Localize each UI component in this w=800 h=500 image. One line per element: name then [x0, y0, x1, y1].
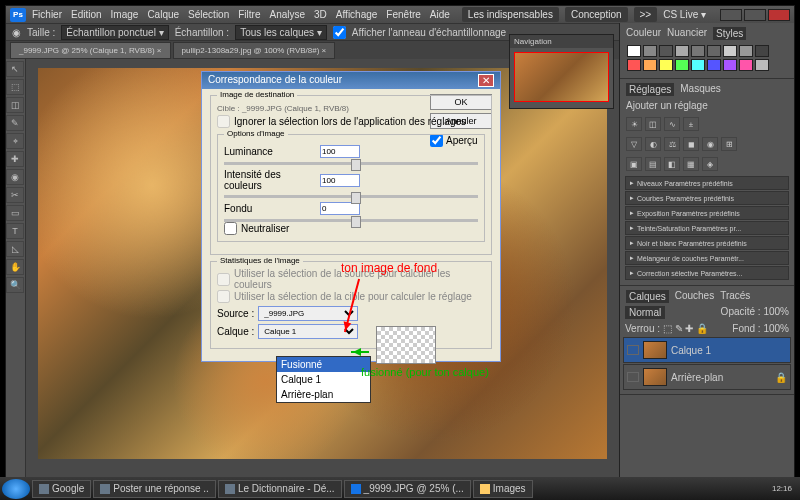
tab-traces[interactable]: Tracés [720, 290, 750, 303]
sample-layers-select[interactable]: Tous les calques ▾ [235, 25, 327, 40]
menu-filtre[interactable]: Filtre [238, 9, 260, 20]
maximize-button[interactable] [744, 9, 766, 21]
crop-tool[interactable]: ⌖ [6, 133, 24, 149]
intensity-slider[interactable] [224, 195, 478, 198]
dropdown-fusionne[interactable]: Fusionné [277, 357, 370, 372]
brush-tool[interactable]: ✂ [6, 187, 24, 203]
tab-nuancier[interactable]: Nuancier [667, 27, 707, 40]
tab-9999[interactable]: _9999.JPG @ 25% (Calque 1, RVB/8) × [10, 42, 171, 59]
style-swatch[interactable] [691, 59, 705, 71]
style-swatch[interactable] [723, 59, 737, 71]
mixer-icon[interactable]: ⊞ [721, 137, 737, 151]
shape-tool[interactable]: ◺ [6, 241, 24, 257]
invert-icon[interactable]: ▣ [626, 157, 642, 171]
menu-analyse[interactable]: Analyse [269, 9, 305, 20]
opacity-value[interactable]: 100% [763, 306, 789, 317]
eyedropper-icon[interactable]: ◉ [12, 27, 21, 38]
layer-calque1[interactable]: Calque 1 [623, 337, 791, 363]
style-swatch[interactable] [627, 59, 641, 71]
menu-image[interactable]: Image [111, 9, 139, 20]
tab-styles[interactable]: Styles [713, 27, 746, 40]
eyedropper-tool[interactable]: ✚ [6, 151, 24, 167]
workspace-more[interactable]: >> [634, 7, 658, 22]
intensity-input[interactable] [320, 174, 360, 187]
workspace-design[interactable]: Conception [565, 7, 628, 22]
luminance-input[interactable] [320, 145, 360, 158]
menu-edition[interactable]: Edition [71, 9, 102, 20]
style-swatch[interactable] [707, 45, 721, 57]
style-swatch[interactable] [659, 45, 673, 57]
cs-live[interactable]: CS Live ▾ [663, 9, 706, 20]
style-swatch[interactable] [627, 45, 641, 57]
tab-couches[interactable]: Couches [675, 290, 714, 303]
style-swatch[interactable] [755, 59, 769, 71]
stamp-tool[interactable]: ▭ [6, 205, 24, 221]
fill-value[interactable]: 100% [763, 323, 789, 334]
style-swatch[interactable] [675, 45, 689, 57]
tab-couleur[interactable]: Couleur [626, 27, 661, 40]
style-swatch[interactable] [707, 59, 721, 71]
type-tool[interactable]: T [6, 223, 24, 239]
dialog-header[interactable]: Correspondance de la couleur ✕ [202, 72, 500, 89]
hue-icon[interactable]: ◐ [645, 137, 661, 151]
style-swatch[interactable] [755, 45, 769, 57]
style-swatch[interactable] [739, 59, 753, 71]
fade-slider[interactable] [224, 219, 478, 222]
marquee-tool[interactable]: ⬚ [6, 79, 24, 95]
preset-curves[interactable]: Courbes Paramètres prédéfinis [625, 191, 789, 205]
tab-calques[interactable]: Calques [626, 290, 669, 303]
preset-selective[interactable]: Correction sélective Paramètres... [625, 266, 789, 280]
tab-pullip[interactable]: pullip2-1308a29.jpg @ 100% (RVB/8#) × [173, 42, 336, 59]
brightness-icon[interactable]: ☀ [626, 117, 642, 131]
style-swatch[interactable] [675, 59, 689, 71]
bw-icon[interactable]: ◼ [683, 137, 699, 151]
start-button[interactable] [2, 479, 30, 499]
task-photoshop[interactable]: _9999.JPG @ 25% (... [344, 480, 471, 498]
preset-hue[interactable]: Teinte/Saturation Paramètres pr... [625, 221, 789, 235]
preset-bw[interactable]: Noir et blanc Paramètres prédéfinis [625, 236, 789, 250]
posterize-icon[interactable]: ▤ [645, 157, 661, 171]
dropdown-arriere-plan[interactable]: Arrière-plan [277, 387, 370, 402]
heal-tool[interactable]: ◉ [6, 169, 24, 185]
layer-background[interactable]: Arrière-plan🔒 [623, 364, 791, 390]
style-swatch[interactable] [659, 59, 673, 71]
preset-exposure[interactable]: Exposition Paramètres prédéfinis [625, 206, 789, 220]
style-swatch[interactable] [643, 59, 657, 71]
clock[interactable]: 12:16 [766, 484, 798, 493]
tab-reglages[interactable]: Réglages [626, 83, 674, 96]
tab-masques[interactable]: Masques [680, 83, 721, 96]
google-search[interactable]: Google [32, 480, 91, 498]
blend-mode-select[interactable]: Normal [625, 306, 665, 319]
task-dict[interactable]: Le Dictionnaire - Dé... [218, 480, 342, 498]
menu-calque[interactable]: Calque [147, 9, 179, 20]
exposure-icon[interactable]: ± [683, 117, 699, 131]
style-swatch[interactable] [643, 45, 657, 57]
minimize-button[interactable] [720, 9, 742, 21]
gradient-map-icon[interactable]: ▦ [683, 157, 699, 171]
luminance-slider[interactable] [224, 162, 478, 165]
vibrance-icon[interactable]: ▽ [626, 137, 642, 151]
photo-filter-icon[interactable]: ◉ [702, 137, 718, 151]
menu-fichier[interactable]: Fichier [32, 9, 62, 20]
show-ring-checkbox[interactable] [333, 26, 346, 39]
balance-icon[interactable]: ⚖ [664, 137, 680, 151]
task-browser[interactable]: Poster une réponse .. [93, 480, 216, 498]
neutralize-checkbox[interactable] [224, 222, 237, 235]
menu-selection[interactable]: Sélection [188, 9, 229, 20]
threshold-icon[interactable]: ◧ [664, 157, 680, 171]
levels-icon[interactable]: ◫ [645, 117, 661, 131]
sample-size-select[interactable]: Échantillon ponctuel ▾ [61, 25, 168, 40]
style-swatch[interactable] [691, 45, 705, 57]
dropdown-calque1[interactable]: Calque 1 [277, 372, 370, 387]
zoom-tool[interactable]: 🔍 [6, 277, 24, 293]
curves-icon[interactable]: ∿ [664, 117, 680, 131]
workspace-essentials[interactable]: Les indispensables [462, 7, 559, 22]
visibility-icon[interactable] [627, 372, 639, 382]
menu-3d[interactable]: 3D [314, 9, 327, 20]
navigator-panel[interactable]: Navigation [509, 34, 614, 109]
hand-tool[interactable]: ✋ [6, 259, 24, 275]
visibility-icon[interactable] [627, 345, 639, 355]
style-swatch[interactable] [739, 45, 753, 57]
preset-levels[interactable]: Niveaux Paramètres prédéfinis [625, 176, 789, 190]
dialog-close-icon[interactable]: ✕ [478, 74, 494, 87]
